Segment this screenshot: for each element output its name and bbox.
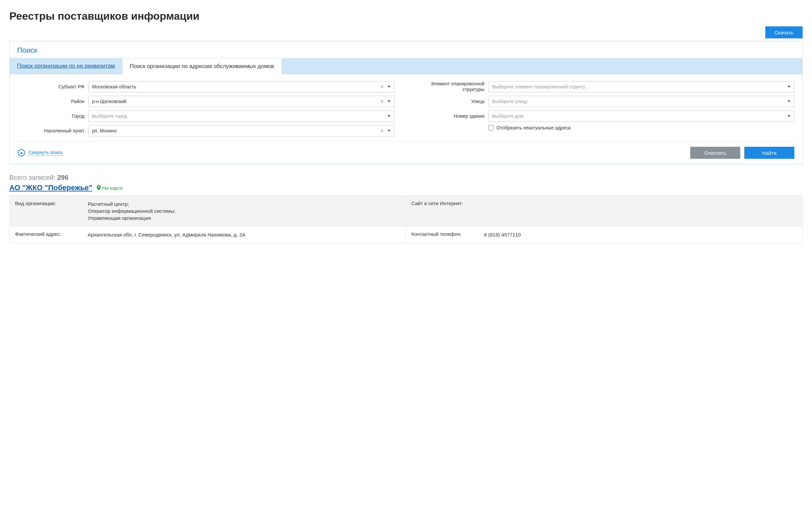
clear-button[interactable]: Очистить: [690, 147, 740, 159]
chevron-down-icon: [787, 115, 791, 117]
org-type-label: Вид организации:: [15, 200, 85, 222]
page-title: Реестры поставщиков информации: [9, 10, 803, 22]
settlement-value: рп. Монино: [92, 128, 378, 133]
chevron-down-icon: [787, 86, 791, 88]
organization-link[interactable]: АО "ЖКО "Побережье": [9, 183, 92, 192]
clear-icon[interactable]: ✕: [378, 84, 386, 90]
phone-value: 8 (818) 4577110: [484, 231, 797, 238]
street-label: Улица: [418, 99, 484, 104]
chevron-down-icon: [387, 130, 391, 132]
on-map-label: На карте: [102, 185, 123, 191]
building-placeholder: Выберите дом: [492, 113, 786, 119]
settlement-label: Населенный пункт: [18, 128, 84, 134]
clear-icon[interactable]: ✕: [378, 128, 386, 133]
total-count: 296: [57, 174, 68, 181]
subject-label: Субъект РФ: [18, 84, 84, 90]
address-value: Архангельская обл, г. Северодвинск, ул. …: [88, 231, 400, 238]
search-tabs: Поиск организации по ее реквизитам Поиск…: [10, 58, 802, 74]
tab-by-address[interactable]: Поиск организации по адресам обслуживаем…: [123, 58, 281, 74]
city-label: Город: [18, 113, 84, 119]
show-inactive-checkbox[interactable]: [488, 125, 494, 130]
planning-placeholder: Выберите элемент планировочной структу…: [492, 84, 786, 90]
results-section: Всего записей: 296 АО "ЖКО "Побережье" Н…: [9, 174, 803, 243]
org-type-value: Расчетный центр; Оператор информационной…: [88, 200, 400, 222]
chevron-down-icon: [387, 115, 391, 117]
district-value: р-н Щелковский: [92, 99, 378, 104]
district-select[interactable]: р-н Щелковский ✕: [89, 96, 394, 107]
organization-details: Вид организации: Расчетный центр; Операт…: [9, 196, 803, 243]
settlement-select[interactable]: рп. Монино ✕: [89, 125, 394, 136]
chevron-down-icon: [387, 100, 391, 102]
search-header: Поиск: [10, 41, 802, 58]
street-select[interactable]: Выберите улицу: [488, 96, 794, 107]
total-records: Всего записей: 296: [9, 174, 803, 181]
website-value: [484, 200, 797, 222]
district-label: Район: [18, 99, 84, 104]
map-pin-icon: [97, 185, 101, 191]
chevron-down-icon: [387, 86, 391, 88]
form-left-column: Субъект РФ Московская область ✕ Район р-…: [18, 81, 394, 136]
collapse-label: Свернуть поиск: [28, 150, 62, 156]
building-label: Номер здания: [418, 113, 484, 119]
planning-label: Элемент планировочной структуры: [418, 81, 484, 92]
collapse-search-toggle[interactable]: Свернуть поиск: [18, 149, 62, 157]
chevron-up-circle-icon: [18, 149, 25, 157]
city-placeholder: Выберите город: [92, 113, 386, 119]
tab-by-requisites[interactable]: Поиск организации по ее реквизитам: [10, 58, 123, 74]
find-button[interactable]: Найти: [744, 147, 794, 159]
phone-label: Контактный телефон:: [411, 231, 481, 238]
address-label: Фактический адрес:: [15, 231, 85, 238]
chevron-down-icon: [787, 100, 791, 102]
form-right-column: Элемент планировочной структуры Выберите…: [418, 81, 794, 136]
on-map-link[interactable]: На карте: [97, 185, 123, 191]
building-select[interactable]: Выберите дом: [488, 110, 794, 122]
planning-select[interactable]: Выберите элемент планировочной структу…: [488, 81, 794, 92]
subject-select[interactable]: Московская область ✕: [89, 81, 394, 92]
city-select[interactable]: Выберите город: [89, 110, 394, 122]
website-label: Сайт в сети Интернет:: [411, 200, 481, 222]
street-placeholder: Выберите улицу: [492, 99, 786, 104]
clear-icon[interactable]: ✕: [378, 99, 386, 104]
subject-value: Московская область: [92, 84, 378, 90]
download-button[interactable]: Скачать: [765, 26, 803, 38]
total-label: Всего записей:: [9, 174, 55, 181]
search-panel: Поиск Поиск организации по ее реквизитам…: [9, 41, 803, 164]
show-inactive-label: Отобразить неактуальные адреса: [497, 125, 571, 130]
